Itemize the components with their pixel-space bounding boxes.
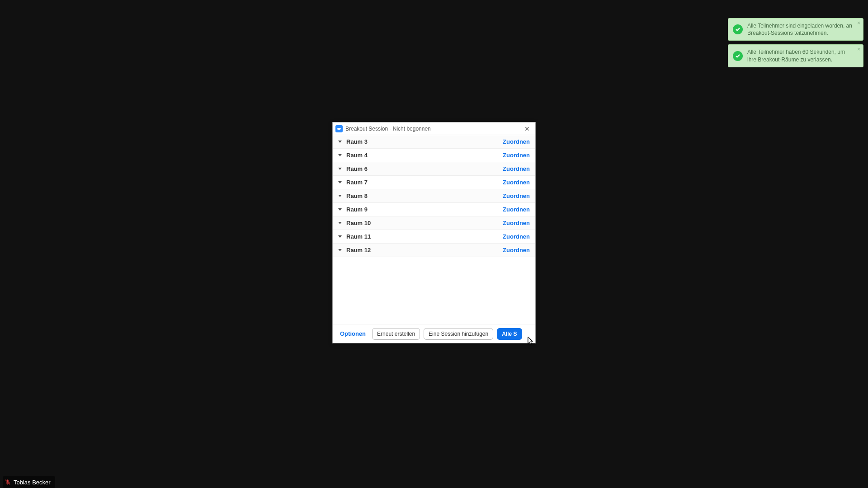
- room-name: Raum 4: [346, 152, 503, 159]
- app-icon: [335, 125, 343, 132]
- chevron-down-icon[interactable]: [338, 141, 342, 143]
- dialog-header[interactable]: Breakout Session - Nicht begonnen ✕: [333, 122, 535, 135]
- toast-invited: Alle Teilnehmer sind eingeladen worden, …: [728, 18, 863, 41]
- room-name: Raum 10: [346, 220, 503, 226]
- chevron-down-icon[interactable]: [338, 222, 342, 224]
- room-item[interactable]: Raum 7 Zuordnen: [333, 176, 535, 189]
- toast-container: Alle Teilnehmer sind eingeladen worden, …: [728, 18, 863, 67]
- add-session-button[interactable]: Eine Session hinzufügen: [424, 328, 493, 340]
- room-item[interactable]: Raum 8 Zuordnen: [333, 189, 535, 203]
- close-icon[interactable]: ✕: [522, 125, 533, 132]
- room-item[interactable]: Raum 4 Zuordnen: [333, 149, 535, 162]
- room-item[interactable]: Raum 12 Zuordnen: [333, 244, 535, 257]
- check-icon: [733, 51, 743, 61]
- toast-countdown: Alle Teilnehmer haben 60 Sekunden, um ih…: [728, 44, 863, 67]
- room-item[interactable]: Raum 11 Zuordnen: [333, 230, 535, 244]
- room-name: Raum 7: [346, 179, 503, 186]
- assign-link[interactable]: Zuordnen: [503, 192, 530, 199]
- room-name: Raum 9: [346, 206, 503, 213]
- room-name: Raum 12: [346, 247, 503, 253]
- breakout-dialog: Breakout Session - Nicht begonnen ✕ Raum…: [332, 122, 536, 343]
- room-item[interactable]: Raum 9 Zuordnen: [333, 203, 535, 216]
- room-item[interactable]: Raum 10 Zuordnen: [333, 216, 535, 230]
- assign-link[interactable]: Zuordnen: [503, 152, 530, 159]
- assign-link[interactable]: Zuordnen: [503, 220, 530, 226]
- chevron-down-icon[interactable]: [338, 195, 342, 197]
- recreate-button[interactable]: Erneut erstellen: [372, 328, 420, 340]
- chevron-down-icon[interactable]: [338, 235, 342, 238]
- room-name: Raum 3: [346, 138, 503, 145]
- mic-muted-icon: [5, 479, 11, 485]
- dialog-footer: Optionen Erneut erstellen Eine Session h…: [333, 324, 535, 343]
- toast-close-button[interactable]: ×: [857, 47, 860, 52]
- dialog-title: Breakout Session - Nicht begonnen: [345, 126, 519, 132]
- toast-close-button[interactable]: ×: [857, 20, 860, 26]
- room-name: Raum 6: [346, 165, 503, 172]
- assign-link[interactable]: Zuordnen: [503, 138, 530, 145]
- participant-label: Tobias Becker: [3, 476, 55, 488]
- assign-link[interactable]: Zuordnen: [503, 233, 530, 240]
- check-icon: [733, 24, 743, 34]
- chevron-down-icon[interactable]: [338, 154, 342, 156]
- room-item[interactable]: Raum 3 Zuordnen: [333, 135, 535, 149]
- room-name: Raum 8: [346, 192, 503, 199]
- assign-link[interactable]: Zuordnen: [503, 165, 530, 172]
- participant-name: Tobias Becker: [14, 479, 51, 486]
- chevron-down-icon[interactable]: [338, 181, 342, 183]
- options-button[interactable]: Optionen: [337, 328, 368, 339]
- assign-link[interactable]: Zuordnen: [503, 179, 530, 186]
- open-all-button[interactable]: Alle S: [497, 328, 522, 340]
- dialog-spacer: [333, 257, 535, 324]
- room-item[interactable]: Raum 6 Zuordnen: [333, 162, 535, 176]
- chevron-down-icon[interactable]: [338, 249, 342, 251]
- chevron-down-icon[interactable]: [338, 168, 342, 170]
- chevron-down-icon[interactable]: [338, 208, 342, 211]
- room-name: Raum 11: [346, 233, 503, 240]
- assign-link[interactable]: Zuordnen: [503, 247, 530, 253]
- toast-message: Alle Teilnehmer haben 60 Sekunden, um ih…: [747, 48, 853, 63]
- room-list: Raum 3 Zuordnen Raum 4 Zuordnen Raum 6 Z…: [333, 135, 535, 257]
- assign-link[interactable]: Zuordnen: [503, 206, 530, 213]
- toast-message: Alle Teilnehmer sind eingeladen worden, …: [747, 22, 853, 37]
